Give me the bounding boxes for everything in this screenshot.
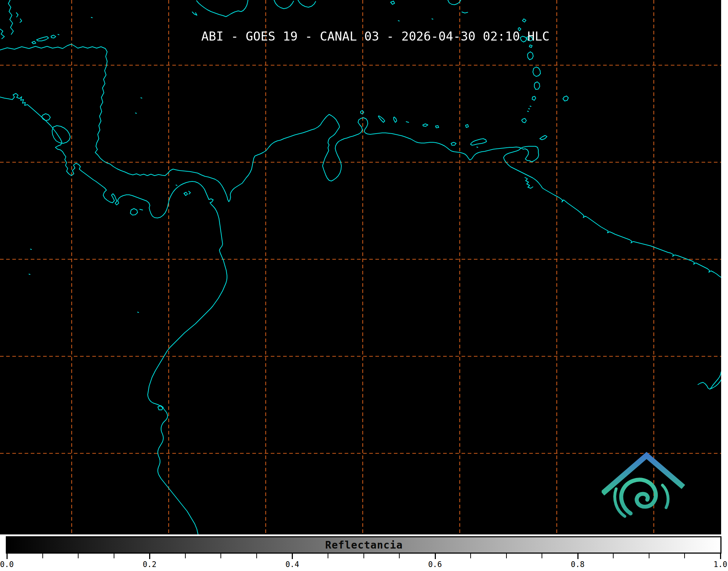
colorbar-minor-tick bbox=[328, 554, 328, 558]
colorbar-minor-tick bbox=[78, 554, 79, 558]
colorbar-minor-tick bbox=[256, 554, 257, 558]
colorbar-minor-tick bbox=[42, 554, 43, 558]
colorbar-minor-tick bbox=[220, 554, 221, 558]
ideam-logo bbox=[602, 451, 687, 534]
colorbar-minor-tick bbox=[185, 554, 186, 558]
colorbar-major-tick bbox=[720, 554, 721, 559]
colorbar-tick-label: 1.0 bbox=[714, 560, 727, 569]
colorbar-major-tick bbox=[292, 554, 293, 559]
colorbar-major-tick bbox=[7, 554, 8, 559]
colorbar-minor-tick bbox=[399, 554, 400, 558]
colorbar-minor-tick bbox=[649, 554, 649, 558]
colorbar-major-tick bbox=[435, 554, 436, 559]
colorbar-tick-label: 0.8 bbox=[571, 560, 585, 569]
colorbar-tick-label: 0.2 bbox=[143, 560, 156, 569]
colorbar-tick-label: 0.4 bbox=[285, 560, 299, 569]
colorbar-major-tick bbox=[577, 554, 578, 559]
colorbar-minor-tick bbox=[363, 554, 364, 558]
colorbar-minor-tick bbox=[613, 554, 614, 558]
colorbar-minor-tick bbox=[542, 554, 542, 558]
satellite-map-area: ABI - GOES 19 - CANAL 03 - 2026-04-30 02… bbox=[0, 0, 721, 534]
colorbar-ticks: 0.00.20.40.60.81.0 bbox=[0, 554, 728, 571]
colorbar-major-tick bbox=[149, 554, 150, 559]
colorbar-minor-tick bbox=[506, 554, 507, 558]
map-title: ABI - GOES 19 - CANAL 03 - 2026-04-30 02… bbox=[201, 29, 550, 43]
colorbar-minor-tick bbox=[470, 554, 471, 558]
colorbar-label: Reflectancia bbox=[0, 539, 728, 551]
colorbar-tick-label: 0.6 bbox=[428, 560, 442, 569]
logo-hurricane-spiral-icon bbox=[615, 480, 668, 516]
colorbar-tick-label: 0.0 bbox=[0, 560, 14, 569]
colorbar-minor-tick bbox=[114, 554, 114, 558]
colorbar-minor-tick bbox=[684, 554, 685, 558]
logo-mountain-roof-icon bbox=[605, 455, 681, 492]
